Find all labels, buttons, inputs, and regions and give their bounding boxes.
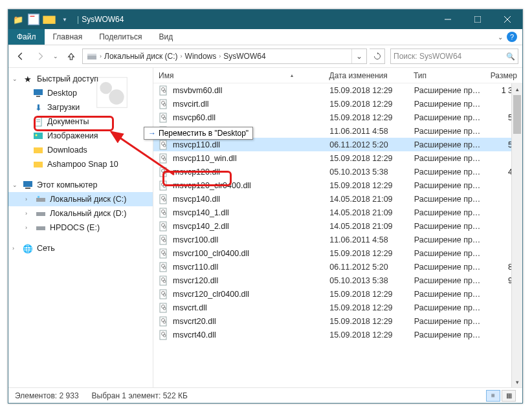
up-button[interactable] — [63, 48, 80, 65]
nav-network[interactable]: ›🌐Сеть — [8, 241, 153, 255]
file-row[interactable]: msvcr100.dll11.06.2011 4:58Расширение пр… — [153, 233, 522, 246]
tab-view[interactable]: Вид — [150, 29, 181, 45]
forward-button[interactable] — [32, 48, 49, 65]
file-date-cell: 05.10.2013 5:38 — [324, 276, 409, 285]
file-row[interactable]: msvcp110.dll06.11.2012 5:20Расширение пр… — [153, 138, 522, 151]
file-name-cell: msvcr100.dll — [153, 235, 324, 245]
nav-pictures[interactable]: Изображения — [8, 129, 153, 143]
file-row[interactable]: msvcrt40.dll15.09.2018 12:29Расширение п… — [153, 328, 522, 341]
col-size[interactable]: Размер — [485, 71, 522, 80]
file-date-cell: 15.09.2018 12:29 — [324, 290, 409, 299]
minimize-button[interactable] — [433, 10, 463, 29]
search-input[interactable]: Поиск: SysWOW64 🔍 — [390, 49, 518, 64]
status-selection: Выбран 1 элемент: 522 КБ — [92, 391, 188, 400]
nav-documents[interactable]: Документы — [8, 114, 153, 129]
svg-rect-19 — [25, 188, 30, 189]
nav-downloads[interactable]: ⬇Загрузки — [8, 100, 153, 114]
refresh-button[interactable] — [370, 49, 385, 64]
nav-drive-e[interactable]: ›HPDOCS (E:) — [8, 221, 153, 235]
svg-rect-21 — [38, 196, 39, 198]
file-date-cell: 06.11.2012 5:20 — [324, 140, 409, 149]
qat-newfolder-icon[interactable] — [42, 12, 56, 27]
file-row[interactable]: msvcp60.dll15.09.2018 12:29Расширение пр… — [153, 111, 522, 124]
file-type-cell: Расширение при... — [409, 100, 486, 109]
file-row[interactable]: msvcrt.dll15.09.2018 12:29Расширение при… — [153, 301, 522, 314]
quick-access-toolbar: ▼ — [8, 12, 74, 27]
title-bar: ▼ | SysWOW64 — [8, 10, 522, 29]
nav-ashampoo[interactable]: Ashampoo Snap 10 — [8, 157, 153, 171]
file-row[interactable]: msvcr120.dll05.10.2013 5:38Расширение пр… — [153, 274, 522, 287]
file-name-cell: msvcp110.dll — [153, 140, 324, 150]
file-type-cell: Расширение при... — [409, 330, 486, 340]
nav-drive-c[interactable]: ›Локальный диск (C:) — [8, 192, 153, 206]
file-row[interactable]: msvcp140.dll14.05.2018 21:09Расширение п… — [153, 192, 522, 206]
scroll-thumb[interactable] — [513, 95, 521, 134]
file-date-cell: 11.06.2011 4:58 — [324, 127, 409, 136]
file-row[interactable]: msvcp120_clr0400.dll15.09.2018 12:29Расш… — [153, 178, 522, 192]
tab-home[interactable]: Главная — [45, 29, 91, 45]
file-row[interactable]: msvcp120.dll05.10.2013 5:38Расширение пр… — [153, 165, 522, 178]
file-row[interactable]: msvcr100_clr0400.dll15.09.2018 12:29Расш… — [153, 246, 522, 260]
file-type-cell: Расширение при... — [409, 276, 486, 285]
nav-drive-d[interactable]: ›Локальный диск (D:) — [8, 206, 153, 221]
file-name-cell: msvcr110.dll — [153, 262, 324, 272]
expand-ribbon-icon[interactable]: ⌄ — [498, 34, 503, 41]
back-button[interactable] — [12, 48, 29, 65]
file-type-cell: Расширение при... — [409, 263, 486, 272]
file-row[interactable]: msvcrt20.dll15.09.2018 12:29Расширение п… — [153, 314, 522, 328]
file-row[interactable]: msvcp140_2.dll14.05.2018 21:09Расширение… — [153, 219, 522, 233]
qat-properties-icon[interactable] — [27, 12, 41, 27]
breadcrumb-syswow64[interactable]: SysWOW64 — [221, 52, 268, 61]
move-arrow-icon: → — [148, 129, 156, 138]
breadcrumb-drive[interactable]: Локальный диск (C:) — [102, 52, 181, 61]
svg-rect-4 — [474, 16, 481, 23]
file-row[interactable]: msvcp140_1.dll14.05.2018 21:09Расширение… — [153, 206, 522, 219]
status-bar: Элементов: 2 933 Выбран 1 элемент: 522 К… — [8, 387, 522, 403]
navigation-pane: ⌄★Быстрый доступ Desktop ⬇Загрузки Докум… — [8, 68, 153, 387]
file-date-cell: 14.05.2018 21:09 — [324, 222, 409, 231]
file-list-pane: Имя▴ Дата изменения Тип Размер msvbvm60.… — [153, 68, 522, 387]
qat-dropdown-icon[interactable]: ▼ — [58, 12, 72, 27]
file-date-cell: 15.09.2018 12:29 — [324, 317, 409, 326]
help-icon[interactable]: ? — [507, 32, 517, 42]
nav-downloads-en[interactable]: Downloads — [8, 143, 153, 157]
file-row[interactable]: msvcp110_win.dll15.09.2018 12:29Расширен… — [153, 151, 522, 165]
view-large-button[interactable]: ▦ — [502, 390, 516, 402]
file-type-cell: Расширение при... — [409, 167, 486, 177]
file-name-cell: msvcrt.dll — [153, 303, 324, 313]
address-dropdown-icon[interactable]: ⌄ — [351, 49, 366, 63]
drive-icon — [36, 194, 46, 204]
maximize-button[interactable] — [463, 10, 493, 29]
col-type[interactable]: Тип — [408, 71, 485, 80]
view-details-button[interactable]: ≡ — [486, 390, 500, 402]
drag-tooltip: → Переместить в "Desktop" — [144, 127, 253, 140]
file-date-cell: 15.09.2018 12:29 — [324, 100, 409, 109]
file-date-cell: 15.09.2018 12:29 — [324, 86, 409, 95]
file-type-cell: Расширение при... — [409, 127, 486, 136]
col-name[interactable]: Имя▴ — [153, 71, 324, 80]
file-row[interactable]: msvbvm60.dll15.09.2018 12:29Расширение п… — [153, 83, 522, 97]
col-date[interactable]: Дата изменения — [324, 71, 408, 80]
recent-dropdown[interactable]: ⌄ — [51, 48, 60, 65]
scrollbar[interactable]: ▴ ▾ — [511, 83, 522, 387]
svg-rect-23 — [36, 226, 45, 230]
file-row[interactable]: msvcr120_clr0400.dll15.09.2018 12:29Расш… — [153, 287, 522, 301]
svg-rect-18 — [23, 181, 32, 187]
tab-share[interactable]: Поделиться — [91, 29, 150, 45]
drive-icon — [36, 208, 46, 219]
nav-this-pc[interactable]: ⌄Этот компьютер — [8, 178, 153, 192]
file-type-cell: Расширение при... — [409, 249, 486, 258]
breadcrumb-windows[interactable]: Windows — [183, 52, 219, 61]
scroll-up-icon[interactable]: ▴ — [512, 83, 522, 94]
address-bar[interactable]: › Локальный диск (C:) › Windows › SysWOW… — [82, 49, 367, 64]
file-type-cell: Расширение при... — [409, 113, 486, 122]
file-date-cell: 06.11.2012 5:20 — [324, 263, 409, 272]
scroll-down-icon[interactable]: ▾ — [512, 376, 522, 387]
nav-quick-access[interactable]: ⌄★Быстрый доступ — [8, 72, 153, 86]
file-row[interactable]: msvcr110.dll06.11.2012 5:20Расширение пр… — [153, 260, 522, 274]
nav-desktop[interactable]: Desktop — [8, 86, 153, 100]
file-row[interactable]: msvcirt.dll15.09.2018 12:29Расширение пр… — [153, 97, 522, 111]
tab-file[interactable]: Файл — [8, 29, 45, 45]
close-button[interactable] — [493, 10, 522, 29]
svg-rect-10 — [36, 96, 40, 97]
